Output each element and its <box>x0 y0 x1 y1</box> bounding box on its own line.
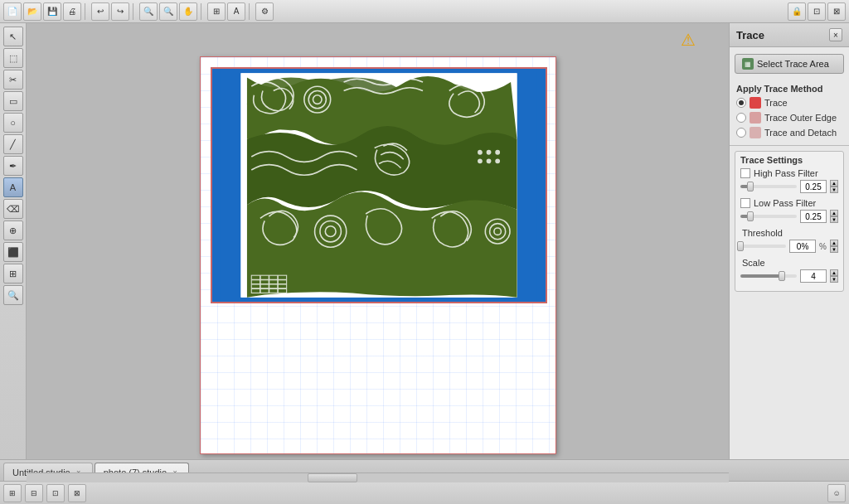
toolbar-zoom-out[interactable]: 🔍 <box>159 2 177 21</box>
low-pass-down[interactable]: ▼ <box>830 216 838 223</box>
svg-point-13 <box>487 159 490 162</box>
left-toolpanel: ↖ ⬚ ✂ ▭ ○ ╱ ✒ A ⌫ ⊕ ⬛ ⊞ 🔍 <box>0 23 27 459</box>
status-bar: ⊞ ⊟ ⊡ ⊠ ☺ <box>0 481 849 504</box>
select-trace-label: Select Trace Area <box>757 59 829 69</box>
sep1 <box>85 3 88 20</box>
scale-up[interactable]: ▲ <box>830 269 838 276</box>
trace-outer-edge-row[interactable]: Trace Outer Edge <box>730 110 849 125</box>
scale-slider-row: ▲ ▼ <box>740 269 838 283</box>
toolbar-open[interactable]: 📂 <box>23 2 41 21</box>
canvas-image <box>211 67 547 303</box>
select-trace-area-button[interactable]: ▦ Select Trace Area <box>735 54 844 74</box>
tool-text[interactable]: A <box>3 177 23 197</box>
sep2 <box>133 3 136 20</box>
threshold-slider[interactable] <box>740 245 786 248</box>
scale-slider[interactable] <box>740 274 797 278</box>
tool-eraser[interactable]: ⌫ <box>3 199 23 219</box>
scrollbar-thumb[interactable] <box>308 473 357 482</box>
scale-input[interactable] <box>800 269 827 283</box>
status-smiley-btn[interactable]: ☺ <box>827 484 846 502</box>
status-layers-btn[interactable]: ⊠ <box>68 484 86 502</box>
low-pass-input[interactable] <box>800 210 827 223</box>
scale-thumb[interactable] <box>779 271 785 281</box>
toolbar-extra2[interactable]: ⊡ <box>808 2 826 21</box>
tool-crop[interactable]: ✂ <box>3 70 23 90</box>
canvas-area[interactable]: ⚠ <box>27 23 729 459</box>
toolbar-undo[interactable]: ↩ <box>91 2 109 21</box>
high-pass-checkbox[interactable] <box>740 168 750 178</box>
high-pass-down[interactable]: ▼ <box>830 187 838 193</box>
low-pass-slider-row: ▲ ▼ <box>740 210 838 223</box>
toolbar-text[interactable]: A <box>227 2 245 21</box>
status-grid-btn[interactable]: ⊞ <box>3 484 22 502</box>
scale-down[interactable]: ▼ <box>830 276 838 283</box>
threshold-unit: % <box>819 242 827 251</box>
tool-node[interactable]: ⬚ <box>3 48 23 68</box>
divider1 <box>730 145 849 146</box>
svg-point-11 <box>496 151 499 154</box>
canvas-container <box>200 56 556 454</box>
toolbar-redo[interactable]: ↪ <box>111 2 129 21</box>
tool-rectangle[interactable]: ▭ <box>3 91 23 111</box>
trace-outer-color-swatch <box>750 112 761 124</box>
toolbar-extra3[interactable]: ⊠ <box>827 2 846 21</box>
tool-line[interactable]: ╱ <box>3 134 23 154</box>
toolbar-print[interactable]: 🖨 <box>63 2 81 21</box>
sep3 <box>201 3 204 20</box>
svg-point-10 <box>487 151 490 154</box>
threshold-input[interactable] <box>789 240 816 253</box>
trace-close-button[interactable]: × <box>829 28 842 41</box>
low-pass-slider[interactable] <box>740 215 797 218</box>
high-pass-slider[interactable] <box>740 185 797 188</box>
trace-color-swatch <box>750 97 761 109</box>
scale-spin-arrows: ▲ ▼ <box>830 269 838 283</box>
threshold-down[interactable]: ▼ <box>830 246 838 253</box>
select-trace-icon: ▦ <box>742 58 754 70</box>
trace-label: Trace <box>764 98 788 108</box>
trace-outer-radio[interactable] <box>736 113 746 123</box>
high-pass-spin-arrows: ▲ ▼ <box>830 180 838 193</box>
trace-panel: Trace × ▦ Select Trace Area Apply Trace … <box>729 23 849 459</box>
threshold-up[interactable]: ▲ <box>830 240 838 246</box>
toolbar-settings[interactable]: ⚙ <box>255 2 274 21</box>
status-transform-btn[interactable]: ⊡ <box>46 484 65 502</box>
trace-option-row[interactable]: Trace <box>730 95 849 110</box>
trace-detach-label: Trace and Detach <box>764 128 837 138</box>
high-pass-slider-row: ▲ ▼ <box>740 180 838 193</box>
trace-settings-title: Trace Settings <box>740 155 838 165</box>
tool-pen[interactable]: ✒ <box>3 156 23 176</box>
threshold-thumb[interactable] <box>737 241 744 251</box>
tool-layers[interactable]: ⊞ <box>3 264 23 284</box>
svg-point-12 <box>478 159 481 162</box>
tool-select[interactable]: ↖ <box>3 27 23 46</box>
tool-ellipse[interactable]: ○ <box>3 113 23 133</box>
threshold-spin-arrows: ▲ ▼ <box>830 240 838 253</box>
threshold-slider-row: % ▲ ▼ <box>740 240 838 253</box>
tool-zoom[interactable]: 🔍 <box>3 285 23 305</box>
high-pass-input[interactable] <box>800 180 827 193</box>
trace-radio[interactable] <box>736 98 746 108</box>
toolbar-extra1[interactable]: 🔒 <box>788 2 806 21</box>
low-pass-up[interactable]: ▲ <box>830 210 838 216</box>
high-pass-thumb[interactable] <box>747 182 754 191</box>
threshold-label: Threshold <box>740 228 838 238</box>
trace-settings-box: Trace Settings High Pass Filter ▲ ▼ Low … <box>735 151 844 292</box>
high-pass-row: High Pass Filter <box>740 168 838 178</box>
low-pass-spin-arrows: ▲ ▼ <box>830 210 838 223</box>
toolbar-zoom-in[interactable]: 🔍 <box>139 2 158 21</box>
low-pass-checkbox[interactable] <box>740 198 750 208</box>
tool-fill[interactable]: ⬛ <box>3 242 23 262</box>
toolbar-group[interactable]: ⊞ <box>207 2 226 21</box>
toolbar-new[interactable]: 📄 <box>3 2 22 21</box>
low-pass-thumb[interactable] <box>747 211 754 221</box>
warning-icon: ⚠ <box>681 30 696 50</box>
toolbar-save[interactable]: 💾 <box>43 2 61 21</box>
high-pass-up[interactable]: ▲ <box>830 180 838 187</box>
tool-measure[interactable]: ⊕ <box>3 220 23 240</box>
trace-detach-radio[interactable] <box>736 128 746 138</box>
status-align-btn[interactable]: ⊟ <box>25 484 43 502</box>
toolbar-pan[interactable]: ✋ <box>179 2 197 21</box>
trace-detach-row[interactable]: Trace and Detach <box>730 125 849 140</box>
high-pass-label: High Pass Filter <box>754 168 818 178</box>
horizontal-scrollbar[interactable] <box>27 472 729 482</box>
